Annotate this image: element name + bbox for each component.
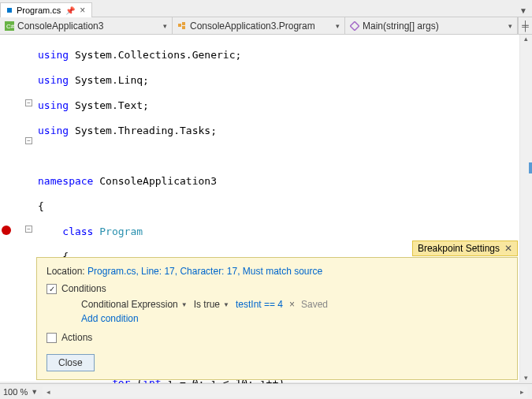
close-button[interactable]: Close [47, 354, 95, 371]
fold-toggle[interactable]: − [25, 137, 32, 144]
horizontal-scrollbar[interactable]: ◂ ▸ [43, 386, 527, 397]
conditions-label: Conditions [61, 283, 106, 294]
navigation-bar: C# ConsoleApplication3 ▾ ConsoleApplicat… [0, 17, 532, 35]
scroll-down-arrow[interactable]: ▾ [520, 374, 532, 382]
chevron-down-icon: ▾ [508, 22, 512, 30]
close-tab-icon[interactable]: × [80, 5, 85, 16]
actions-label: Actions [61, 332, 92, 343]
zoom-level[interactable]: 100 % [3, 387, 28, 397]
nav-method-dropdown[interactable]: Main(string[] args) ▾ [345, 17, 518, 34]
condition-row: Conditional Expression ▼ Is true ▼ testI… [81, 299, 508, 310]
close-panel-icon[interactable]: ✕ [504, 243, 512, 254]
chevron-down-icon: ▼ [223, 301, 229, 308]
tab-filename: Program.cs [17, 6, 61, 15]
breakpoint-settings-panel: Breakpoint Settings ✕ Location: Program.… [36, 257, 518, 380]
location-label: Location: [47, 266, 87, 277]
scroll-right-arrow[interactable]: ▸ [516, 388, 527, 396]
condition-type-dropdown[interactable]: Conditional Expression ▼ [81, 299, 188, 310]
add-condition-link[interactable]: Add condition [81, 313, 508, 324]
remove-condition-icon[interactable]: × [289, 299, 295, 310]
scroll-marker [529, 162, 532, 173]
plus-icon: ╪ [522, 21, 529, 32]
pin-icon[interactable]: 📌 [65, 6, 75, 15]
gutter[interactable]: − − − [0, 35, 33, 382]
fold-toggle[interactable]: − [25, 226, 32, 233]
breakpoint-settings-header: Breakpoint Settings ✕ [412, 241, 518, 256]
method-icon [350, 21, 359, 31]
svg-rect-2 [178, 24, 181, 27]
vertical-scrollbar[interactable]: ▴ ▾ [519, 35, 532, 382]
svg-text:C#: C# [6, 23, 14, 30]
zoom-dropdown-icon[interactable]: ▼ [31, 388, 38, 396]
tab-bar: Program.cs 📌 × ▼ [0, 0, 532, 17]
chevron-down-icon: ▼ [181, 301, 188, 308]
scroll-left-arrow[interactable]: ◂ [43, 388, 54, 396]
file-tab[interactable]: Program.cs 📌 × [0, 2, 92, 17]
conditions-checkbox-row: ✓ Conditions [47, 283, 508, 294]
actions-checkbox[interactable] [47, 333, 57, 343]
saved-label: Saved [301, 299, 328, 310]
class-icon [177, 21, 187, 31]
svg-rect-4 [182, 26, 185, 29]
status-bar: 100 % ▼ ◂ ▸ [0, 383, 532, 399]
nav-class-label: ConsoleApplication3.Program [190, 21, 315, 32]
chevron-down-icon: ▾ [336, 22, 340, 30]
chevron-down-icon: ▾ [163, 22, 167, 30]
scroll-up-arrow[interactable]: ▴ [520, 35, 532, 43]
nav-project-label: ConsoleApplication3 [17, 21, 103, 32]
breakpoint-location: Location: Program.cs, Line: 17, Characte… [47, 266, 508, 277]
condition-expression[interactable]: testInt == 4 [236, 299, 283, 310]
breakpoint-icon[interactable] [2, 226, 11, 235]
csharp-icon: C# [5, 21, 14, 31]
conditions-checkbox[interactable]: ✓ [47, 284, 57, 294]
nav-method-label: Main(string[] args) [363, 21, 439, 32]
nav-class-dropdown[interactable]: ConsoleApplication3.Program ▾ [173, 17, 345, 34]
location-link[interactable]: Program.cs, Line: 17, Character: 17, Mus… [87, 266, 322, 277]
svg-rect-3 [182, 22, 185, 25]
actions-checkbox-row: Actions [47, 332, 508, 343]
split-button[interactable]: ╪ [518, 17, 532, 34]
breakpoint-settings-title: Breakpoint Settings [418, 243, 500, 254]
condition-mode-dropdown[interactable]: Is true ▼ [194, 299, 229, 310]
tab-overflow-icon[interactable]: ▼ [515, 5, 532, 17]
nav-project-dropdown[interactable]: C# ConsoleApplication3 ▾ [0, 17, 173, 34]
svg-rect-5 [350, 21, 359, 30]
fold-toggle[interactable]: − [25, 99, 32, 106]
